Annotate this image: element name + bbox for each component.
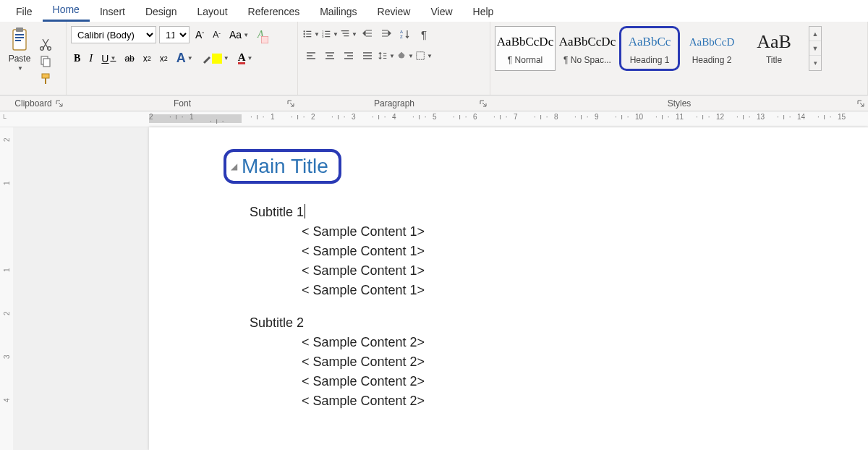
group-label-styles: Styles [668,98,692,109]
increase-indent-button[interactable] [378,26,395,42]
style-name: Heading 1 [630,55,670,65]
content-line[interactable]: < Sample Content 2> [302,394,868,409]
underline-button[interactable]: U▼ [98,51,119,66]
svg-text:Z: Z [400,35,403,39]
ribbon-tabs: File Home Insert Design Layout Reference… [0,0,868,22]
font-size-select[interactable]: 11 [159,26,190,43]
increase-font-size-button[interactable]: Aˆ [192,27,207,42]
format-painter-button[interactable] [39,72,52,85]
style-tile--normal[interactable]: AaBbCcDc¶ Normal [495,26,556,71]
svg-rect-10 [45,78,46,84]
chevron-up-icon[interactable]: ▲ [809,27,821,41]
cut-button[interactable] [39,38,52,51]
copy-button[interactable] [39,55,52,68]
tab-file[interactable]: File [6,3,43,22]
group-clipboard: Paste ▼ [0,22,67,95]
style-tile-heading-2[interactable]: AaBbCcDHeading 2 [681,26,742,71]
styles-scroll[interactable]: ▲▼▾ [809,26,822,71]
clipboard-icon [9,27,30,52]
heading-subtitle-2[interactable]: Subtitle 2 [250,315,868,331]
document-page[interactable]: ◢ Main Title Subtitle 1 < Sample Content… [149,127,868,450]
vertical-ruler[interactable]: 211234 [0,127,13,450]
styles-launcher[interactable] [856,99,865,108]
svg-rect-3 [15,37,24,38]
svg-text:A: A [400,30,403,34]
style-name: ¶ Normal [508,55,542,65]
align-left-button[interactable] [302,48,320,64]
paragraph-launcher[interactable] [479,99,488,108]
text-effects-button[interactable]: A▼ [174,49,196,67]
content-line[interactable]: < Sample Content 2> [302,335,868,350]
font-launcher[interactable] [286,99,295,108]
chevron-down-icon: ▼ [110,55,116,61]
heading-subtitle-1[interactable]: Subtitle 1 [250,204,868,220]
highlight-button[interactable]: ▼ [199,52,232,65]
chevron-down-icon: ▼ [247,55,252,61]
content-line[interactable]: < Sample Content 2> [302,374,868,389]
main-title-highlight: ◢ Main Title [224,149,341,184]
chevron-down-icon: ▼ [224,55,229,61]
justify-button[interactable] [359,48,376,64]
style-preview: AaBbCc [629,32,671,52]
tab-design[interactable]: Design [135,3,187,22]
bold-button[interactable]: B [71,51,83,66]
show-paragraph-marks-button[interactable]: ¶ [415,26,433,42]
font-color-button[interactable]: A▼ [235,51,256,66]
content-line[interactable]: < Sample Content 1> [302,244,868,259]
clear-formatting-button[interactable]: A [255,27,267,42]
chevron-down-icon: ▼ [314,31,320,38]
multilevel-list-button[interactable]: ▼ [340,26,357,42]
svg-rect-11 [261,36,268,43]
tab-mailings[interactable]: Mailings [310,3,367,22]
content-line[interactable]: < Sample Content 1> [302,263,868,279]
bullets-button[interactable]: ▼ [302,26,320,42]
chevron-down-icon: ▼ [333,31,339,38]
align-right-button[interactable] [340,48,357,64]
decrease-font-size-button[interactable]: Aˇ [210,28,224,41]
borders-button[interactable]: ▼ [415,48,433,64]
tab-help[interactable]: Help [463,3,504,22]
italic-button[interactable]: I [86,51,95,66]
collapse-triangle-icon[interactable]: ◢ [231,161,237,171]
change-case-button[interactable]: Aa▼ [226,27,252,42]
tab-layout[interactable]: Layout [187,3,238,22]
style-tile-title[interactable]: AaBTitle [744,26,804,71]
group-label-paragraph: Paragraph [374,98,414,109]
align-center-button[interactable] [321,48,339,64]
tab-view[interactable]: View [420,3,462,22]
group-label-clipboard: Clipboard [14,98,51,109]
paste-label: Paste [9,54,31,64]
tab-review[interactable]: Review [367,3,421,22]
sort-button[interactable]: AZ [396,26,414,42]
style-tile--no-spac-[interactable]: AaBbCcDc¶ No Spac... [557,26,618,71]
clipboard-launcher[interactable] [55,99,64,108]
tab-references[interactable]: References [238,3,310,22]
chevron-down-icon[interactable]: ▼ [809,41,821,56]
shading-button[interactable]: ▼ [396,48,414,64]
chevron-down-icon: ▼ [408,53,414,59]
heading-main-title[interactable]: Main Title [242,155,328,178]
subscript-button[interactable]: x2 [140,52,154,65]
numbering-button[interactable]: 123▼ [321,26,339,42]
horizontal-ruler[interactable]: L 2· ı ·1· ı ·· ı ·1· ı ·2· ı ·3· ı ·4· … [0,111,868,127]
decrease-indent-button[interactable] [359,26,376,42]
chevron-down-icon: ▼ [17,65,23,72]
strikethrough-button[interactable]: ab [122,52,137,65]
style-name: ¶ No Spac... [563,55,611,65]
svg-point-14 [303,35,305,37]
chevron-down-icon: ▼ [389,53,395,59]
styles-expand-icon[interactable]: ▾ [809,56,821,70]
svg-rect-8 [43,59,50,67]
style-tile-heading-1[interactable]: AaBbCcHeading 1 [619,26,680,71]
group-styles: AaBbCcDc¶ NormalAaBbCcDc¶ No Spac...AaBb… [490,22,868,95]
tab-home[interactable]: Home [43,1,90,22]
content-line[interactable]: < Sample Content 2> [302,355,868,370]
font-family-select[interactable]: Calibri (Body) [71,26,156,43]
tab-insert[interactable]: Insert [90,3,135,22]
svg-rect-1 [16,27,23,32]
content-line[interactable]: < Sample Content 1> [302,224,868,239]
line-spacing-button[interactable]: ▼ [378,48,395,64]
paste-button[interactable]: Paste ▼ [4,26,35,95]
superscript-button[interactable]: x2 [157,52,171,65]
content-line[interactable]: < Sample Content 1> [302,283,868,298]
